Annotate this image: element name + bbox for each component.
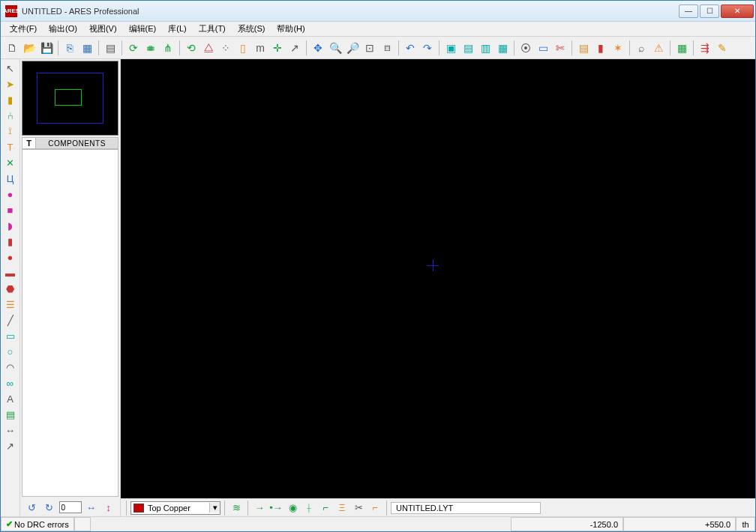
minimize-button[interactable]: — [679, 4, 698, 18]
block-move-icon[interactable]: ▤ [460, 40, 476, 56]
menu-视图(V)[interactable]: 视图(V) [83, 22, 123, 36]
menu-工具(T)[interactable]: 工具(T) [193, 22, 232, 36]
world-icon[interactable]: ◉ [285, 501, 300, 515]
menu-帮助(H)[interactable]: 帮助(H) [271, 22, 310, 36]
component-tool-icon[interactable]: ➤ [2, 76, 19, 91]
menu-库(L)[interactable]: 库(L) [162, 22, 192, 36]
redraw-icon[interactable]: ⟲ [183, 40, 200, 56]
package-tool-icon[interactable]: ▮ [2, 92, 19, 107]
layer-selector[interactable]: Top Copper▾ [130, 501, 220, 515]
maximize-button[interactable]: ☐ [700, 4, 719, 18]
redo-icon[interactable]: ↷ [419, 40, 436, 56]
dimension-tool-icon[interactable]: ↔ [2, 423, 19, 438]
net-icon[interactable]: ⋔ [160, 40, 176, 56]
pad-dshape-tool-icon[interactable]: ◗ [2, 218, 19, 233]
open-file-icon[interactable]: 📂 [21, 40, 38, 56]
zoom-area-icon[interactable]: ⧈ [379, 40, 395, 56]
zoom-in-icon[interactable]: 🔍 [327, 40, 344, 56]
conn-hilite-tool-icon[interactable]: Ц [2, 171, 19, 186]
save-file-icon[interactable]: 💾 [38, 40, 55, 56]
zoom-out-icon[interactable]: 🔎 [344, 40, 361, 56]
auto-track-icon[interactable]: ✂ [351, 501, 366, 515]
rotate-cw-icon[interactable]: ↻ [42, 501, 57, 514]
pad-edge-tool-icon[interactable]: ▮ [2, 234, 19, 249]
block-copy-icon[interactable]: ▣ [442, 40, 459, 56]
track-tool-icon[interactable]: ⑃ [2, 108, 19, 123]
zoom-all-icon[interactable]: ⊡ [362, 40, 378, 56]
components-list[interactable] [22, 149, 118, 497]
zone-refresh-icon[interactable]: ⟳ [125, 40, 142, 56]
padstack-tool-icon[interactable]: ☰ [2, 297, 19, 312]
block-rotate-icon[interactable]: ▥ [477, 40, 494, 56]
editing-canvas[interactable] [121, 59, 755, 498]
force-vector-icon[interactable]: •→ [268, 501, 284, 515]
layers-icon[interactable]: ▯ [235, 40, 251, 56]
autoplace-icon[interactable]: ▦ [674, 40, 690, 56]
drc-icon[interactable]: ⚠ [650, 40, 667, 56]
pad-round-tool-icon[interactable]: ● [2, 187, 19, 202]
flip-icon[interactable]: ⧋ [200, 40, 217, 56]
make-pkg-icon[interactable]: ▭ [535, 40, 551, 56]
metric-icon[interactable]: m [252, 40, 268, 56]
separator [439, 40, 440, 55]
canvas-wrap: Top Copper▾≋→•→◉⟊⌐Ξ✂⌐UNTITLED.LYT [121, 59, 755, 516]
decompose-icon[interactable]: ✄ [552, 40, 568, 56]
angle-input[interactable] [59, 501, 82, 513]
window-title: UNTITLED - ARES Professional [20, 7, 679, 16]
line-tool-icon[interactable]: ╱ [2, 312, 19, 327]
mirror-y-icon[interactable]: ↕ [101, 501, 116, 514]
search-icon[interactable]: ⌕ [633, 40, 650, 56]
block-delete-icon[interactable]: ▦ [494, 40, 511, 56]
coord-unit[interactable]: th [736, 517, 755, 531]
path-tool-icon[interactable]: ∞ [2, 375, 19, 390]
via-tool-icon[interactable]: ⟟ [2, 124, 19, 139]
close-button[interactable]: ✕ [721, 4, 754, 18]
toggle-x-icon[interactable]: ▤ [575, 40, 592, 56]
pad-square-tool-icon[interactable]: ■ [2, 202, 19, 217]
pick-icon[interactable]: ⦿ [518, 40, 534, 56]
import-icon[interactable]: ⎘ [62, 40, 78, 56]
menu-文件(F)[interactable]: 文件(F) [4, 22, 43, 36]
text-tool-icon[interactable]: A [2, 391, 19, 406]
menu-输出(O)[interactable]: 输出(O) [43, 22, 83, 36]
area-icon[interactable]: ▦ [79, 40, 95, 56]
route-corner-icon[interactable]: ⌐ [368, 501, 382, 515]
marker-tool-icon[interactable]: ↗ [2, 438, 19, 453]
box-tool-icon[interactable]: ▭ [2, 328, 19, 343]
components-tab[interactable]: T [22, 138, 36, 148]
overview-window[interactable] [22, 61, 118, 136]
ratsnest-tool-icon[interactable]: ✕ [2, 155, 19, 170]
smd-poly-tool-icon[interactable]: ⬣ [2, 281, 19, 296]
arc-tool-icon[interactable]: ◠ [2, 360, 19, 375]
symbol-tool-icon[interactable]: ▤ [2, 407, 19, 422]
menu-编辑(E)[interactable]: 编辑(E) [123, 22, 163, 36]
rotate-ccw-icon[interactable]: ↺ [25, 501, 40, 514]
menu-系统(S)[interactable]: 系统(S) [232, 22, 272, 36]
zone-tool-icon[interactable]: T [2, 139, 19, 154]
highlight-icon[interactable]: ▮ [592, 40, 609, 56]
circle-tool-icon[interactable]: ○ [2, 344, 19, 359]
ratsnest-toggle-icon[interactable]: → [252, 501, 267, 515]
origin-icon[interactable]: ✛ [269, 40, 286, 56]
cursor-origin-icon[interactable]: ↗ [286, 40, 303, 56]
bottom-toolbar: Top Copper▾≋→•→◉⟊⌐Ξ✂⌐UNTITLED.LYT [121, 498, 755, 516]
drc-status[interactable]: ✔ No DRC errors [1, 517, 74, 531]
undo-icon[interactable]: ↶ [402, 40, 418, 56]
smd-round-tool-icon[interactable]: ● [2, 250, 19, 265]
new-file-icon[interactable]: 🗋 [4, 40, 20, 56]
trace-style-icon[interactable]: ⟊ [302, 501, 316, 515]
auto-trace-neck-icon[interactable]: Ξ [334, 501, 350, 515]
connectivity-icon[interactable]: ✶ [610, 40, 626, 56]
layer-stack-icon[interactable]: ≋ [229, 501, 244, 515]
mirror-x-icon[interactable]: ↔ [84, 501, 99, 514]
chevron-down-icon[interactable]: ▾ [209, 503, 220, 513]
autoroute-icon[interactable]: ⇶ [697, 40, 713, 56]
select-tool-icon[interactable]: ↖ [2, 61, 19, 76]
print-icon[interactable]: ▤ [102, 40, 118, 56]
pan-icon[interactable]: ✥ [310, 40, 326, 56]
route-edit-icon[interactable]: ✎ [714, 40, 730, 56]
smd-rect-tool-icon[interactable]: ▬ [2, 265, 19, 280]
grid-dots-icon[interactable]: ⁘ [218, 40, 234, 56]
filter-icon[interactable]: ⩩ [142, 40, 159, 56]
trace-angle-icon[interactable]: ⌐ [318, 501, 333, 515]
